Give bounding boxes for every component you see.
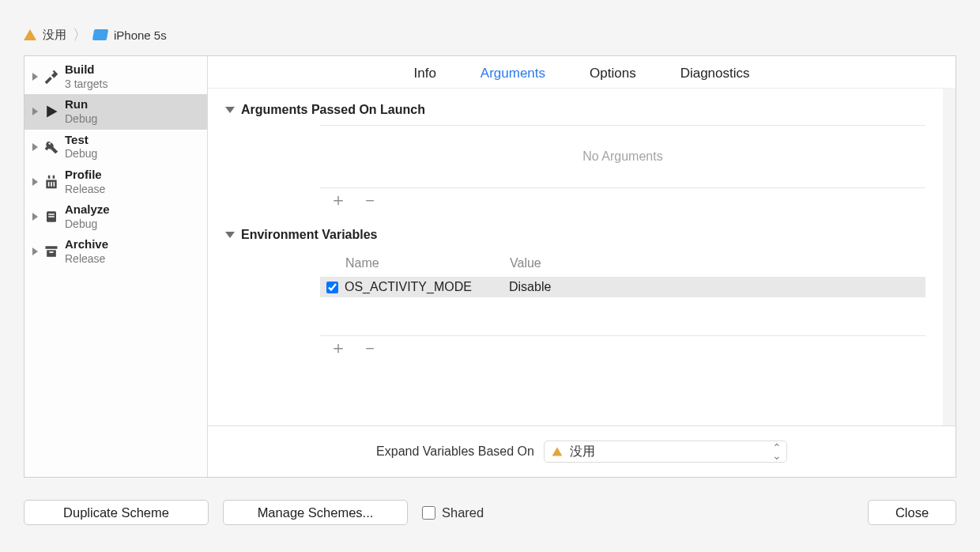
manage-schemes-button[interactable]: Manage Schemes... [223,500,408,525]
sidebar-item-run[interactable]: Run Debug [24,94,207,129]
chevron-right-icon [32,213,38,221]
env-table: Name Value OS_ACTIVITY_MODE Disable [320,250,925,336]
archive-icon [43,243,60,260]
tab-bar: Info Arguments Options Diagnostics [208,56,956,88]
env-table-header: Name Value [320,250,925,277]
chevron-down-icon [225,107,235,113]
sidebar-item-sub: Debug [65,147,97,161]
sidebar-item-label: Run [65,97,97,112]
chevron-down-icon [225,232,235,238]
close-button[interactable]: Close [868,500,956,525]
select-arrows-icon: ⌃⌄ [772,444,782,459]
chevron-right-icon [32,178,38,186]
add-argument-button[interactable]: ＋ [330,195,347,206]
tab-info[interactable]: Info [413,66,435,81]
section-env-vars: Environment Variables Name Value OS_ACTI… [225,228,925,354]
section-title: Arguments Passed On Launch [241,103,425,117]
app-icon [24,29,36,40]
wrench-icon [43,138,60,156]
analyze-icon [43,208,60,225]
scheme-dialog: Build 3 targets Run Debug [24,55,956,478]
detail-pane: Info Arguments Options Diagnostics Argum… [208,56,956,477]
add-env-button[interactable]: ＋ [330,342,347,354]
env-row[interactable]: OS_ACTIVITY_MODE Disable [320,277,925,297]
expand-variables-select[interactable]: 没用 ⌃⌄ [544,440,787,463]
env-row-value[interactable]: Disable [509,280,916,294]
arguments-table: No Arguments [320,125,925,188]
shared-label: Shared [442,505,484,520]
breadcrumb-scheme: 没用 [43,28,66,43]
action-sidebar: Build 3 targets Run Debug [24,56,208,477]
svg-rect-1 [48,214,55,215]
sidebar-item-test[interactable]: Test Debug [24,130,207,164]
env-row-checkbox[interactable] [326,282,338,293]
breadcrumb-destination: iPhone 5s [114,28,167,42]
tab-arguments[interactable]: Arguments [481,66,545,81]
button-bar: Duplicate Scheme Manage Schemes... Share… [24,500,956,525]
arguments-empty-text: No Arguments [320,126,925,187]
remove-argument-button[interactable]: － [361,195,379,206]
scheme-editor-window: 没用 〉 iPhone 5s Build 3 targets [0,0,980,549]
chevron-right-icon [32,248,38,255]
sidebar-item-archive[interactable]: Archive Release [24,234,207,269]
duplicate-scheme-button[interactable]: Duplicate Scheme [24,500,209,525]
sidebar-item-label: Analyze [65,202,110,217]
tab-options[interactable]: Options [590,66,636,81]
sidebar-item-label: Archive [65,237,108,252]
sidebar-item-label: Test [65,133,97,148]
sidebar-item-analyze[interactable]: Analyze Debug [24,199,207,234]
column-name: Name [345,256,510,270]
app-icon [552,447,563,456]
expand-variables-label: Expand Variables Based On [376,444,534,459]
tab-diagnostics[interactable]: Diagnostics [680,66,750,81]
sidebar-item-label: Profile [65,168,105,183]
breadcrumb-separator: 〉 [73,25,87,44]
play-icon [43,103,60,120]
sidebar-item-sub: 3 targets [65,78,107,92]
breadcrumb[interactable]: 没用 〉 iPhone 5s [24,24,956,46]
gauge-icon [43,173,60,191]
column-value: Value [510,256,916,270]
sidebar-item-sub: Debug [65,217,110,232]
device-icon [92,29,108,40]
chevron-right-icon [32,143,38,151]
sidebar-item-sub: Debug [65,112,97,127]
env-row-name[interactable]: OS_ACTIVITY_MODE [345,280,509,294]
section-header-env[interactable]: Environment Variables [225,228,925,242]
section-header-arguments[interactable]: Arguments Passed On Launch [225,103,925,117]
shared-checkbox[interactable] [422,506,435,520]
expand-variables-footer: Expand Variables Based On 没用 ⌃⌄ [208,425,956,477]
hammer-icon [43,68,60,85]
arguments-content: Arguments Passed On Launch No Arguments … [208,88,956,425]
sidebar-item-build[interactable]: Build 3 targets [24,59,207,94]
expand-variables-value: 没用 [570,444,595,460]
svg-rect-2 [48,216,55,217]
chevron-right-icon [32,73,38,81]
sidebar-item-sub: Release [65,252,108,267]
sidebar-item-label: Build [65,62,107,78]
remove-env-button[interactable]: － [361,342,379,354]
section-title: Environment Variables [241,228,378,242]
sidebar-item-profile[interactable]: Profile Release [24,164,207,199]
sidebar-item-sub: Release [65,183,105,197]
section-arguments: Arguments Passed On Launch No Arguments … [225,103,925,206]
shared-checkbox-wrap[interactable]: Shared [422,505,484,520]
chevron-right-icon [32,108,38,115]
